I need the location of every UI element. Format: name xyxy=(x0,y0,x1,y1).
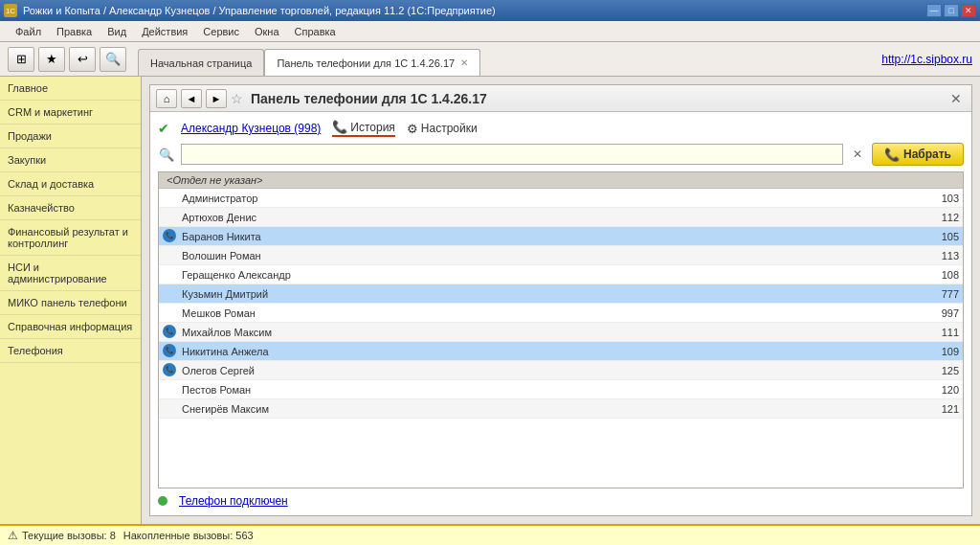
panel-title: Панель телефонии для 1С 1.4.26.17 xyxy=(251,91,487,106)
dir-entry-name: Баранов Никита xyxy=(182,231,913,242)
menu-edit[interactable]: Правка xyxy=(49,24,100,39)
dir-entry-ext: 125 xyxy=(921,365,959,376)
sidebar-item-purchases[interactable]: Закупки xyxy=(0,148,141,172)
toolbar: ⊞ ★ ↩ 🔍 Начальная страница Панель телефо… xyxy=(0,42,980,77)
sidebar-item-home[interactable]: Главное xyxy=(0,77,141,101)
phone-history-icon: 📞 xyxy=(332,120,347,134)
connected-indicator xyxy=(158,496,167,506)
search-input[interactable] xyxy=(181,144,843,165)
panel-home-button[interactable]: ⌂ xyxy=(156,89,177,108)
search-row: 🔍 ✕ 📞 Набрать xyxy=(158,143,964,166)
phone-row-icon: 📞 xyxy=(163,344,178,359)
dir-row[interactable]: 📞Олегов Сергей125 xyxy=(159,361,963,380)
tab-home[interactable]: Начальная страница xyxy=(138,49,264,76)
user-name: Александр Кузнецов (998) xyxy=(181,122,321,135)
sidebar-item-reference[interactable]: Справочная информация xyxy=(0,315,141,339)
menu-actions[interactable]: Действия xyxy=(134,24,195,39)
settings-label: Настройки xyxy=(421,122,478,135)
apps-button[interactable]: ⊞ xyxy=(8,47,34,72)
sidebar-item-sales[interactable]: Продажи xyxy=(0,125,141,148)
dial-button[interactable]: 📞 Набрать xyxy=(872,143,964,166)
dir-entry-name: Волошин Роман xyxy=(182,250,913,261)
dir-row[interactable]: 📞Михайлов Максим111 xyxy=(159,323,963,342)
dir-row[interactable]: Пестов Роман120 xyxy=(159,380,963,399)
panel: ⌂ ◄ ► ☆ Панель телефонии для 1С 1.4.26.1… xyxy=(149,84,972,516)
panel-forward-button[interactable]: ► xyxy=(206,89,227,108)
dir-row[interactable]: 📞Баранов Никита105 xyxy=(159,227,963,246)
sidebar-item-mico[interactable]: МИКО панель телефони xyxy=(0,291,141,315)
dir-entry-name: Кузьмин Дмитрий xyxy=(182,288,913,300)
status-warning-icon: ⚠ xyxy=(8,529,18,542)
menu-bar: Файл Правка Вид Действия Сервис Окна Спр… xyxy=(0,21,980,42)
dir-entry-ext: 120 xyxy=(921,384,959,396)
settings-tab[interactable]: ⚙ Настройки xyxy=(407,122,478,136)
tab-telephony-label: Панель телефонии для 1С 1.4.26.17 xyxy=(277,57,455,69)
dir-entry-name: Артюхов Денис xyxy=(182,212,913,223)
panel-titlebar: ⌂ ◄ ► ☆ Панель телефонии для 1С 1.4.26.1… xyxy=(150,85,971,112)
sidebar-item-crm[interactable]: CRM и маркетинг xyxy=(0,101,141,125)
dir-entry-ext: 777 xyxy=(921,288,959,300)
search-clear-button[interactable]: ✕ xyxy=(849,146,866,163)
panel-back-button[interactable]: ◄ xyxy=(181,89,202,108)
dir-entry-name: Михайлов Максим xyxy=(182,327,913,338)
dir-entry-ext: 113 xyxy=(921,250,959,261)
panel-favorite-icon[interactable]: ☆ xyxy=(231,91,243,106)
bookmark-button[interactable]: ★ xyxy=(38,47,65,72)
user-link[interactable]: Александр Кузнецов (998) xyxy=(181,122,321,135)
close-button[interactable]: ✕ xyxy=(961,4,976,17)
title-bar-controls: — □ ✕ xyxy=(926,4,976,17)
status-row: Телефон подключен xyxy=(158,494,964,508)
dir-entry-ext: 105 xyxy=(921,231,959,242)
menu-view[interactable]: Вид xyxy=(100,24,134,39)
dir-entry-ext: 111 xyxy=(921,327,959,338)
sidebar-item-treasury[interactable]: Казначейство xyxy=(0,196,141,220)
tab-telephony[interactable]: Панель телефонии для 1С 1.4.26.17 ✕ xyxy=(264,49,480,76)
dir-entry-ext: 121 xyxy=(921,403,959,415)
menu-file[interactable]: Файл xyxy=(8,24,49,39)
history-label: История xyxy=(350,121,395,134)
dir-row[interactable]: Снегирёв Максим121 xyxy=(159,399,963,419)
sipbox-link[interactable]: http://1c.sipbox.ru xyxy=(881,53,972,66)
tab-close-icon[interactable]: ✕ xyxy=(460,57,468,68)
accumulated-calls-text: Накопленные вызовы: 563 xyxy=(123,530,254,541)
dir-row[interactable]: Кузьмин Дмитрий777 xyxy=(159,284,963,304)
dir-entry-ext: 108 xyxy=(921,269,959,281)
history-tab[interactable]: 📞 История xyxy=(332,120,395,137)
dir-row[interactable]: Геращенко Александр108 xyxy=(159,265,963,284)
user-row: ✔ Александр Кузнецов (998) 📞 История ⚙ Н… xyxy=(158,120,964,137)
panel-content: ✔ Александр Кузнецов (998) 📞 История ⚙ Н… xyxy=(150,112,971,515)
sidebar-item-telephony[interactable]: Телефония xyxy=(0,339,141,363)
settings-gear-icon: ⚙ xyxy=(407,122,418,136)
sidebar: Главное CRM и маркетинг Продажи Закупки … xyxy=(0,77,142,524)
phone-row-icon: 📞 xyxy=(163,325,178,340)
search-button[interactable]: 🔍 xyxy=(100,47,126,72)
sidebar-item-warehouse[interactable]: Склад и доставка xyxy=(0,172,141,196)
sidebar-item-finance[interactable]: Финансовый результат и контроллинг xyxy=(0,220,141,256)
dir-row[interactable]: Волошин Роман113 xyxy=(159,246,963,265)
content-area: ⌂ ◄ ► ☆ Панель телефонии для 1С 1.4.26.1… xyxy=(142,77,980,524)
dir-entry-name: Мешков Роман xyxy=(182,307,913,319)
dir-row[interactable]: Администратор103 xyxy=(159,189,963,208)
main-layout: Главное CRM и маркетинг Продажи Закупки … xyxy=(0,77,980,524)
dir-entry-ext: 109 xyxy=(921,346,959,357)
minimize-button[interactable]: — xyxy=(926,4,942,17)
menu-help[interactable]: Справка xyxy=(287,24,344,39)
dir-row[interactable]: Артюхов Денис112 xyxy=(159,208,963,227)
sidebar-item-nsi[interactable]: НСИ и администрирование xyxy=(0,256,141,291)
menu-windows[interactable]: Окна xyxy=(247,24,287,39)
tab-bar: Начальная страница Панель телефонии для … xyxy=(130,42,878,76)
dir-row[interactable]: 📞Никитина Анжела109 xyxy=(159,342,963,361)
bottom-status-bar: ⚠ Текущие вызовы: 8 Накопленные вызовы: … xyxy=(0,524,980,545)
dial-phone-icon: 📞 xyxy=(884,148,900,162)
maximize-button[interactable]: □ xyxy=(944,4,959,17)
dir-entry-ext: 103 xyxy=(921,193,959,204)
panel-close-button[interactable]: ✕ xyxy=(947,91,966,106)
dir-row[interactable]: Мешков Роман997 xyxy=(159,304,963,323)
directory-list: <Отдел не указан> Администратор103Артюхо… xyxy=(158,171,964,488)
connected-status-link[interactable]: Телефон подключен xyxy=(179,494,288,508)
back-button[interactable]: ↩ xyxy=(69,47,96,72)
dir-entry-name: Пестов Роман xyxy=(182,384,913,396)
menu-service[interactable]: Сервис xyxy=(195,24,247,39)
dir-entry-name: Администратор xyxy=(182,193,913,204)
dir-entry-name: Никитина Анжела xyxy=(182,346,913,357)
